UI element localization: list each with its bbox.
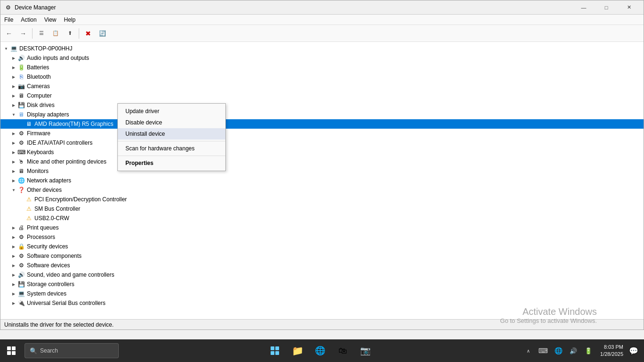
taskbar-file-explorer[interactable]: 📁 [287, 340, 308, 361]
expand-processors[interactable]: ▶ [10, 233, 17, 241]
ctx-update-driver[interactable]: Update driver [118, 106, 225, 117]
tray-volume[interactable]: 🔊 [567, 344, 580, 357]
tree-item-softwarecomponents[interactable]: ▶ ⚙ Software components [0, 251, 644, 261]
tree-item-ideata[interactable]: ▶ ⚙ IDE ATA/ATAPI controllers [0, 138, 644, 148]
minimize-button[interactable]: — [573, 0, 594, 15]
expand-audio[interactable]: ▶ [10, 54, 17, 62]
expand-monitors[interactable]: ▶ [10, 167, 17, 175]
expand-bluetooth[interactable]: ▶ [10, 73, 17, 81]
label-cameras: Cameras [27, 83, 50, 90]
expand-ideata[interactable]: ▶ [10, 139, 17, 147]
tree-item-audio[interactable]: ▶ 🔊 Audio inputs and outputs [0, 53, 644, 63]
expand-pci [17, 196, 25, 203]
expand-displayadapters[interactable]: ▼ [10, 111, 17, 118]
ctx-sep-1 [118, 141, 225, 141]
expand-softwarecomponents[interactable]: ▶ [10, 252, 17, 260]
ctx-scan-hardware[interactable]: Scan for hardware changes [118, 143, 225, 154]
device-tree[interactable]: ▼ 💻 DESKTOP-0P00HHJ ▶ 🔊 Audio inputs and… [0, 42, 644, 319]
expand-root[interactable]: ▼ [2, 45, 10, 52]
tree-item-sound[interactable]: ▶ 🔊 Sound, video and game controllers [0, 270, 644, 280]
tree-item-softwaredevices[interactable]: ▶ ⚙ Software devices [0, 261, 644, 270]
tree-item-firmware[interactable]: ▶ ⚙ Firmware [0, 129, 644, 138]
expand-amdradeon[interactable] [17, 120, 25, 128]
label-otherdevices: Other devices [27, 187, 62, 193]
expand-keyboards[interactable]: ▶ [10, 148, 17, 156]
taskbar-edge[interactable]: 🌐 [310, 340, 330, 361]
tree-item-batteries[interactable]: ▶ 🔋 Batteries [0, 63, 644, 72]
tree-item-computer[interactable]: ▶ 🖥 Computer [0, 91, 644, 100]
maximize-button[interactable]: □ [595, 0, 617, 15]
tree-item-smbus[interactable]: ⚠ SM Bus Controller [0, 204, 644, 214]
menu-help[interactable]: Help [60, 16, 80, 24]
ctx-uninstall-device[interactable]: Uninstall device [118, 128, 225, 140]
tree-item-amdradeon[interactable]: 🖥 AMD Radeon(TM) R5 Graphics [0, 119, 644, 129]
toolbar-forward[interactable]: → [17, 27, 30, 40]
tree-item-security[interactable]: ▶ 🔒 Security devices [0, 242, 644, 251]
taskbar-clock[interactable]: 8:03 PM 1/28/2025 [597, 344, 625, 358]
context-menu: Update driver Disable device Uninstall d… [117, 103, 226, 171]
toolbar-back[interactable]: ← [2, 27, 16, 40]
toolbar-sep-1 [32, 28, 33, 39]
window-controls: — □ ✕ [573, 0, 640, 15]
toolbar-scan[interactable]: 🔄 [96, 27, 109, 40]
tree-item-monitors[interactable]: ▶ 🖥 Monitors [0, 166, 644, 176]
toolbar-uninstall[interactable]: ✖ [82, 27, 95, 40]
tray-chevron[interactable]: ∧ [521, 344, 535, 357]
tree-item-printqueues[interactable]: ▶ 🖨 Print queues [0, 223, 644, 232]
tree-item-otherdevices[interactable]: ▼ ❓ Other devices [0, 185, 644, 195]
tree-item-usb20crw[interactable]: ⚠ USB2.0-CRW [0, 214, 644, 223]
tree-item-bluetooth[interactable]: ▶ ⎘ Bluetooth [0, 72, 644, 82]
tray-keyboard[interactable]: ⌨ [537, 344, 550, 357]
device-manager-window: ⚙ Device Manager — □ ✕ File Action View … [0, 0, 644, 330]
toolbar-show-hidden[interactable]: ☰ [35, 27, 48, 40]
tree-item-diskdrives[interactable]: ▶ 💾 Disk drives [0, 100, 644, 110]
menu-action[interactable]: Action [17, 16, 40, 24]
tray-battery[interactable]: 🔋 [582, 344, 595, 357]
ctx-disable-device[interactable]: Disable device [118, 117, 225, 128]
tree-item-processors[interactable]: ▶ ⚙ Processors [0, 232, 644, 242]
tree-item-displayadapters[interactable]: ▼ 🖥 Display adapters [0, 110, 644, 119]
taskbar-media[interactable]: 📷 [355, 340, 376, 361]
tree-item-network[interactable]: ▶ 🌐 Network adapters [0, 176, 644, 185]
icon-keyboards: ⌨ [17, 148, 25, 156]
menu-view[interactable]: View [41, 16, 60, 24]
expand-firmware[interactable]: ▶ [10, 130, 17, 137]
icon-computer: 🖥 [17, 92, 25, 99]
toolbar-update-driver[interactable]: ⬆ [63, 27, 76, 40]
tree-item-systemdevices[interactable]: ▶ 💻 System devices [0, 289, 644, 298]
tree-item-storage[interactable]: ▶ 💾 Storage controllers [0, 280, 644, 289]
expand-security[interactable]: ▶ [10, 243, 17, 250]
start-button[interactable] [0, 339, 23, 362]
expand-otherdevices[interactable]: ▼ [10, 186, 17, 194]
taskbar-store[interactable]: 🛍 [332, 340, 353, 361]
menu-file[interactable]: File [0, 16, 17, 24]
label-printqueues: Print queues [27, 224, 58, 231]
expand-systemdevices[interactable]: ▶ [10, 290, 17, 297]
tree-item-cameras[interactable]: ▶ 📷 Cameras [0, 82, 644, 91]
expand-batteries[interactable]: ▶ [10, 64, 17, 71]
svg-rect-6 [271, 351, 274, 355]
expand-softwaredevices[interactable]: ▶ [10, 262, 17, 269]
tree-item-keyboards[interactable]: ▶ ⌨ Keyboards [0, 148, 644, 157]
tree-item-mice[interactable]: ▶ 🖱 Mice and other pointing devices [0, 157, 644, 166]
expand-usb[interactable]: ▶ [10, 299, 17, 307]
expand-mice[interactable]: ▶ [10, 158, 17, 165]
toolbar-properties[interactable]: 📋 [49, 27, 62, 40]
expand-cameras[interactable]: ▶ [10, 82, 17, 90]
expand-printqueues[interactable]: ▶ [10, 224, 17, 231]
taskbar-widget[interactable] [264, 340, 285, 361]
tree-item-root[interactable]: ▼ 💻 DESKTOP-0P00HHJ [0, 44, 644, 53]
label-processors: Processors [27, 234, 55, 240]
expand-network[interactable]: ▶ [10, 177, 17, 184]
tray-globe[interactable]: 🌐 [552, 344, 565, 357]
close-button[interactable]: ✕ [618, 0, 640, 15]
taskbar-search[interactable]: 🔍 Search [25, 343, 119, 358]
expand-computer[interactable]: ▶ [10, 92, 17, 99]
tray-notification[interactable]: 💬 [627, 344, 640, 357]
tree-item-pciencryption[interactable]: ⚠ PCI Encryption/Decryption Controller [0, 195, 644, 204]
ctx-properties[interactable]: Properties [118, 157, 225, 169]
expand-diskdrives[interactable]: ▶ [10, 101, 17, 109]
clock-date: 1/28/2025 [600, 351, 623, 358]
expand-sound[interactable]: ▶ [10, 271, 17, 279]
expand-storage[interactable]: ▶ [10, 280, 17, 288]
